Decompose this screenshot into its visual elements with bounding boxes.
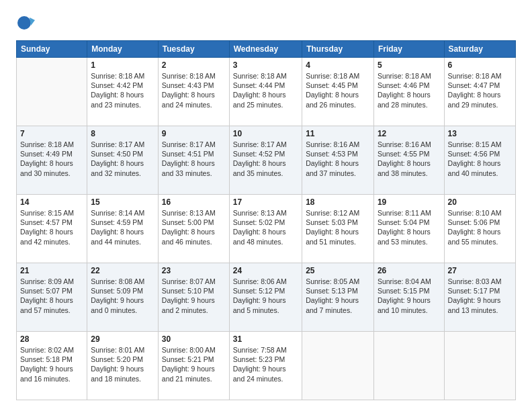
day-info: Sunrise: 8:08 AMSunset: 5:09 PMDaylight:…: [91, 277, 154, 315]
calendar-week-row: 1Sunrise: 8:18 AMSunset: 4:42 PMDaylight…: [17, 58, 516, 126]
day-number: 30: [162, 334, 226, 344]
day-number: 3: [233, 60, 298, 70]
day-number: 16: [162, 197, 226, 207]
calendar-cell: 8Sunrise: 8:17 AMSunset: 4:50 PMDaylight…: [87, 126, 159, 195]
day-info: Sunrise: 8:10 AMSunset: 5:06 PMDaylight:…: [448, 208, 512, 246]
logo-icon: [16, 13, 35, 32]
day-info: Sunrise: 8:18 AMSunset: 4:47 PMDaylight:…: [448, 71, 512, 109]
day-number: 25: [306, 266, 370, 275]
calendar-week-row: 28Sunrise: 8:02 AMSunset: 5:18 PMDayligh…: [17, 332, 516, 400]
calendar-cell: 1Sunrise: 8:18 AMSunset: 4:42 PMDaylight…: [87, 58, 159, 126]
day-info: Sunrise: 8:18 AMSunset: 4:49 PMDaylight:…: [20, 140, 83, 178]
calendar-page: SundayMondayTuesdayWednesdayThursdayFrid…: [0, 0, 532, 411]
day-info: Sunrise: 8:07 AMSunset: 5:10 PMDaylight:…: [162, 277, 226, 315]
day-number: 11: [306, 129, 370, 138]
calendar-cell: 24Sunrise: 8:06 AMSunset: 5:12 PMDayligh…: [229, 263, 302, 332]
calendar-cell: 27Sunrise: 8:03 AMSunset: 5:17 PMDayligh…: [444, 263, 515, 332]
day-info: Sunrise: 8:11 AMSunset: 5:04 PMDaylight:…: [378, 208, 441, 246]
svg-point-0: [17, 16, 31, 30]
day-info: Sunrise: 8:17 AMSunset: 4:51 PMDaylight:…: [162, 140, 226, 178]
calendar-header-saturday: Saturday: [444, 41, 515, 58]
calendar-cell: 3Sunrise: 8:18 AMSunset: 4:44 PMDaylight…: [229, 58, 302, 126]
day-number: 23: [162, 266, 226, 275]
calendar-cell: 2Sunrise: 8:18 AMSunset: 4:43 PMDaylight…: [158, 58, 229, 126]
day-info: Sunrise: 8:18 AMSunset: 4:42 PMDaylight:…: [91, 71, 154, 109]
day-info: Sunrise: 8:00 AMSunset: 5:21 PMDaylight:…: [162, 345, 226, 383]
calendar-cell: 22Sunrise: 8:08 AMSunset: 5:09 PMDayligh…: [87, 263, 159, 332]
day-number: 29: [91, 334, 154, 344]
day-info: Sunrise: 8:17 AMSunset: 4:52 PMDaylight:…: [233, 140, 298, 178]
day-info: Sunrise: 8:01 AMSunset: 5:20 PMDaylight:…: [91, 345, 154, 383]
calendar-cell: 19Sunrise: 8:11 AMSunset: 5:04 PMDayligh…: [373, 195, 444, 263]
calendar-cell: 28Sunrise: 8:02 AMSunset: 5:18 PMDayligh…: [17, 332, 87, 400]
calendar-cell: 12Sunrise: 8:16 AMSunset: 4:55 PMDayligh…: [373, 126, 444, 195]
day-number: 1: [91, 60, 154, 70]
calendar-header-friday: Friday: [373, 41, 444, 58]
calendar-header-wednesday: Wednesday: [229, 41, 302, 58]
day-number: 9: [162, 129, 226, 138]
calendar-cell: 20Sunrise: 8:10 AMSunset: 5:06 PMDayligh…: [444, 195, 515, 263]
calendar-cell: [302, 332, 374, 400]
calendar-cell: 10Sunrise: 8:17 AMSunset: 4:52 PMDayligh…: [229, 126, 302, 195]
calendar-cell: [17, 58, 87, 126]
day-info: Sunrise: 8:13 AMSunset: 5:00 PMDaylight:…: [162, 208, 226, 246]
day-info: Sunrise: 8:18 AMSunset: 4:46 PMDaylight:…: [378, 71, 441, 109]
day-number: 13: [448, 129, 512, 138]
calendar-cell: 6Sunrise: 8:18 AMSunset: 4:47 PMDaylight…: [444, 58, 515, 126]
calendar-cell: [373, 332, 444, 400]
day-info: Sunrise: 8:04 AMSunset: 5:15 PMDaylight:…: [378, 277, 441, 315]
day-number: 19: [378, 197, 441, 207]
day-info: Sunrise: 8:15 AMSunset: 4:56 PMDaylight:…: [448, 140, 512, 178]
calendar-cell: 31Sunrise: 7:58 AMSunset: 5:23 PMDayligh…: [229, 332, 302, 400]
day-info: Sunrise: 8:18 AMSunset: 4:44 PMDaylight:…: [233, 71, 298, 109]
calendar-cell: 14Sunrise: 8:15 AMSunset: 4:57 PMDayligh…: [17, 195, 87, 263]
day-info: Sunrise: 8:18 AMSunset: 4:43 PMDaylight:…: [162, 71, 226, 109]
calendar-table: SundayMondayTuesdayWednesdayThursdayFrid…: [16, 40, 516, 400]
day-info: Sunrise: 8:18 AMSunset: 4:45 PMDaylight:…: [306, 71, 370, 109]
calendar-header-tuesday: Tuesday: [158, 41, 229, 58]
day-info: Sunrise: 8:12 AMSunset: 5:03 PMDaylight:…: [306, 208, 370, 246]
day-info: Sunrise: 8:13 AMSunset: 5:02 PMDaylight:…: [233, 208, 298, 246]
day-info: Sunrise: 8:17 AMSunset: 4:50 PMDaylight:…: [91, 140, 154, 178]
day-number: 10: [233, 129, 298, 138]
day-number: 24: [233, 266, 298, 275]
day-info: Sunrise: 8:15 AMSunset: 4:57 PMDaylight:…: [20, 208, 83, 246]
day-info: Sunrise: 8:02 AMSunset: 5:18 PMDaylight:…: [20, 345, 83, 383]
calendar-cell: 30Sunrise: 8:00 AMSunset: 5:21 PMDayligh…: [158, 332, 229, 400]
day-number: 14: [20, 197, 83, 207]
day-info: Sunrise: 8:03 AMSunset: 5:17 PMDaylight:…: [448, 277, 512, 315]
day-number: 20: [448, 197, 512, 207]
day-info: Sunrise: 8:06 AMSunset: 5:12 PMDaylight:…: [233, 277, 298, 315]
calendar-header-sunday: Sunday: [17, 41, 87, 58]
day-info: Sunrise: 8:05 AMSunset: 5:13 PMDaylight:…: [306, 277, 370, 315]
day-number: 12: [378, 129, 441, 138]
day-number: 26: [378, 266, 441, 275]
calendar-cell: 17Sunrise: 8:13 AMSunset: 5:02 PMDayligh…: [229, 195, 302, 263]
day-info: Sunrise: 8:14 AMSunset: 4:59 PMDaylight:…: [91, 208, 154, 246]
header: [16, 13, 516, 32]
logo: [16, 13, 38, 32]
day-number: 28: [20, 334, 83, 344]
day-number: 27: [448, 266, 512, 275]
day-number: 7: [20, 129, 83, 138]
calendar-cell: 21Sunrise: 8:09 AMSunset: 5:07 PMDayligh…: [17, 263, 87, 332]
calendar-week-row: 7Sunrise: 8:18 AMSunset: 4:49 PMDaylight…: [17, 126, 516, 195]
day-number: 15: [91, 197, 154, 207]
day-number: 18: [306, 197, 370, 207]
day-info: Sunrise: 8:16 AMSunset: 4:53 PMDaylight:…: [306, 140, 370, 178]
day-number: 4: [306, 60, 370, 70]
calendar-cell: 15Sunrise: 8:14 AMSunset: 4:59 PMDayligh…: [87, 195, 159, 263]
calendar-week-row: 21Sunrise: 8:09 AMSunset: 5:07 PMDayligh…: [17, 263, 516, 332]
calendar-header-thursday: Thursday: [302, 41, 374, 58]
calendar-cell: 29Sunrise: 8:01 AMSunset: 5:20 PMDayligh…: [87, 332, 159, 400]
calendar-header-row: SundayMondayTuesdayWednesdayThursdayFrid…: [17, 41, 516, 58]
calendar-cell: 7Sunrise: 8:18 AMSunset: 4:49 PMDaylight…: [17, 126, 87, 195]
day-number: 22: [91, 266, 154, 275]
calendar-cell: 16Sunrise: 8:13 AMSunset: 5:00 PMDayligh…: [158, 195, 229, 263]
calendar-cell: 26Sunrise: 8:04 AMSunset: 5:15 PMDayligh…: [373, 263, 444, 332]
day-number: 5: [378, 60, 441, 70]
calendar-cell: 5Sunrise: 8:18 AMSunset: 4:46 PMDaylight…: [373, 58, 444, 126]
day-number: 8: [91, 129, 154, 138]
calendar-cell: 4Sunrise: 8:18 AMSunset: 4:45 PMDaylight…: [302, 58, 374, 126]
day-info: Sunrise: 7:58 AMSunset: 5:23 PMDaylight:…: [233, 345, 298, 383]
